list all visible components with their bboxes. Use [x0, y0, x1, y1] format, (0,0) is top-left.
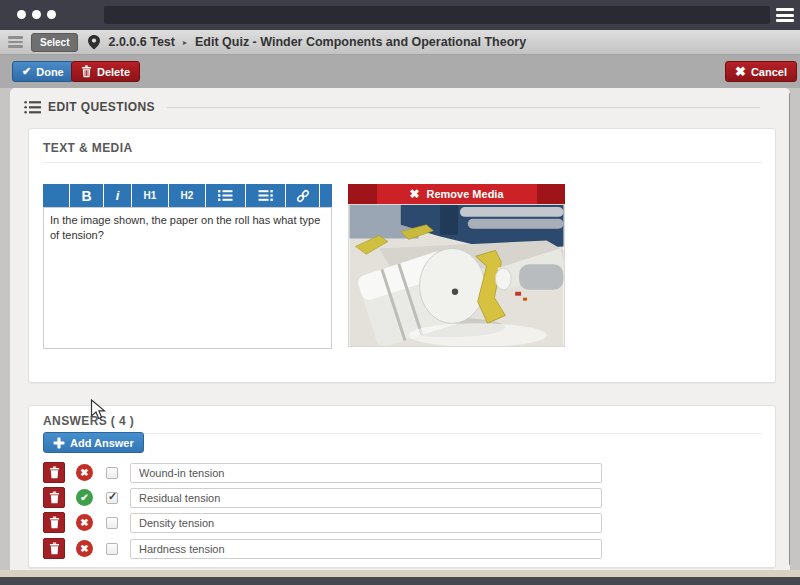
window-bottom-strip: [0, 570, 800, 577]
correct-checkbox[interactable]: [106, 467, 118, 479]
done-button[interactable]: ✔ Done: [12, 61, 74, 82]
add-answer-button[interactable]: Add Answer: [43, 432, 144, 453]
trash-icon: [49, 542, 60, 555]
x-icon: ✖: [735, 65, 746, 78]
app-window: Select 2.0.0.6 Test ▸ Edit Quiz - Winder…: [0, 0, 800, 585]
h1-button[interactable]: H1: [132, 184, 168, 207]
answer-status-icon: ✔: [76, 489, 93, 506]
action-toolbar: ✔ Done Delete ✖ Cancel: [0, 55, 800, 88]
delete-button[interactable]: Delete: [71, 61, 140, 82]
answer-text-input[interactable]: [130, 539, 602, 559]
select-button[interactable]: Select: [31, 33, 78, 52]
answer-row: ✖: [43, 538, 763, 559]
answers-title: ANSWERS ( 4 ): [43, 414, 134, 428]
window-dot-icon: [47, 10, 56, 19]
delete-answer-button[interactable]: [43, 538, 65, 559]
answer-row: ✖: [43, 512, 763, 533]
answer-row: ✔: [43, 487, 763, 508]
remove-media-bar: ✖ Remove Media: [348, 184, 565, 204]
window-title-bar: [0, 0, 800, 30]
window-dot-icon: [32, 10, 41, 19]
answer-status-icon: ✖: [76, 514, 93, 531]
address-bar[interactable]: [104, 6, 770, 24]
breadcrumb-bar: Select 2.0.0.6 Test ▸ Edit Quiz - Winder…: [0, 30, 800, 55]
remove-media-button[interactable]: ✖ Remove Media: [377, 184, 537, 204]
unordered-list-icon[interactable]: [246, 184, 285, 207]
plus-icon: [53, 437, 65, 449]
ordered-list-icon[interactable]: [206, 184, 245, 207]
window-dot-icon: [17, 10, 26, 19]
rich-text-toolbar: B i H1 H2: [43, 184, 332, 207]
toolbar-spacer: [320, 184, 332, 207]
window-footer-bar: [0, 577, 800, 585]
delete-answer-button[interactable]: [43, 462, 65, 483]
answer-status-icon: ✖: [76, 540, 93, 557]
breadcrumb-separator-icon: ▸: [183, 38, 187, 47]
page-edge: [790, 88, 800, 570]
answer-row: ✖: [43, 462, 763, 483]
correct-checkbox[interactable]: [106, 543, 118, 555]
text-media-title: TEXT & MEDIA: [43, 141, 132, 155]
cancel-button[interactable]: ✖ Cancel: [725, 61, 797, 82]
trash-icon: [49, 516, 60, 529]
bold-button[interactable]: B: [70, 184, 103, 207]
toolbar-spacer: [43, 184, 69, 207]
main-panel: EDIT QUESTIONS TEXT & MEDIA B i H1 H2: [10, 88, 790, 570]
page-title: Edit Quiz - Winder Components and Operat…: [195, 35, 526, 49]
edit-questions-header: EDIT QUESTIONS: [24, 96, 774, 118]
trash-icon: [49, 491, 60, 504]
correct-checkbox[interactable]: [106, 492, 118, 504]
x-icon: ✖: [409, 188, 419, 200]
breadcrumb-location[interactable]: 2.0.0.6 Test: [108, 35, 174, 49]
edit-questions-title: EDIT QUESTIONS: [48, 100, 155, 114]
delete-answer-button[interactable]: [43, 487, 65, 508]
link-icon[interactable]: [286, 184, 319, 207]
check-icon: ✔: [22, 66, 31, 77]
list-icon: [24, 100, 41, 115]
h2-button[interactable]: H2: [169, 184, 205, 207]
answer-text-input[interactable]: [130, 463, 602, 483]
answer-text-input[interactable]: [130, 513, 602, 533]
map-pin-icon: [88, 35, 100, 50]
text-media-card: TEXT & MEDIA B i H1 H2: [28, 128, 776, 383]
italic-button[interactable]: i: [104, 184, 131, 207]
correct-checkbox[interactable]: [106, 517, 118, 529]
delete-answer-button[interactable]: [43, 512, 65, 533]
answers-card: ANSWERS ( 4 ) Add Answer ✖: [28, 405, 776, 568]
answer-status-icon: ✖: [76, 464, 93, 481]
trash-icon: [81, 65, 92, 78]
menu-icon[interactable]: [776, 8, 794, 22]
answer-text-input[interactable]: [130, 488, 602, 508]
question-media-image: [348, 204, 565, 347]
sidebar-toggle-icon[interactable]: [8, 36, 23, 48]
trash-icon: [49, 466, 60, 479]
question-text-input[interactable]: In the image shown, the paper on the rol…: [43, 207, 332, 349]
